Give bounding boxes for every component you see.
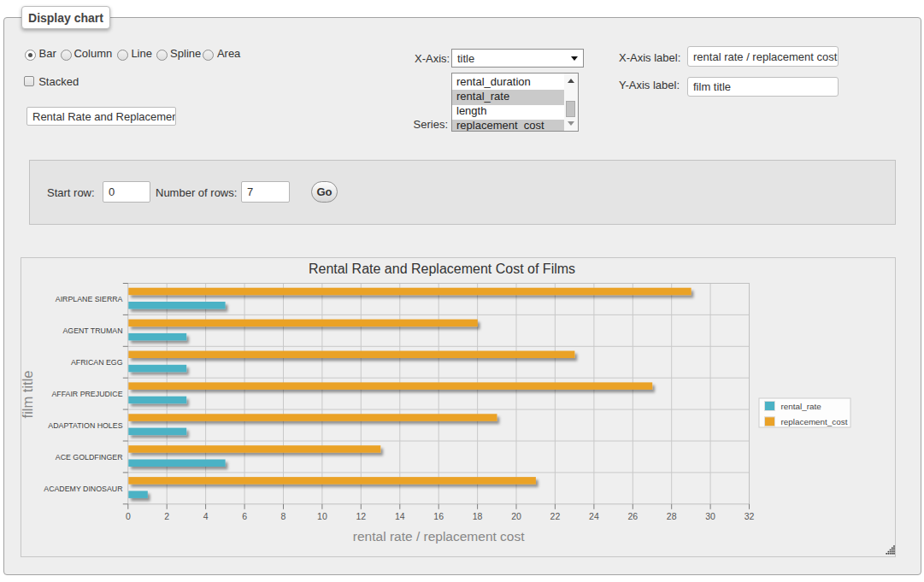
svg-text:rental_rate: rental_rate [781,402,822,411]
svg-text:22: 22 [550,511,561,521]
svg-text:replacement_cost: replacement_cost [781,417,848,426]
svg-text:0: 0 [126,511,131,521]
svg-text:28: 28 [667,511,677,521]
svg-text:24: 24 [589,511,599,521]
svg-text:14: 14 [395,511,405,521]
svg-text:8: 8 [281,511,286,521]
svg-text:AFRICAN EGG: AFRICAN EGG [71,358,123,367]
svg-text:20: 20 [511,511,521,521]
svg-text:4: 4 [203,511,209,521]
svg-text:10: 10 [317,511,327,521]
svg-text:rental rate / replacement cost: rental rate / replacement cost [353,529,525,544]
svg-text:film title: film title [20,371,35,419]
svg-text:AGENT TRUMAN: AGENT TRUMAN [62,326,122,335]
svg-text:12: 12 [356,511,366,521]
svg-text:AIRPLANE SIERRA: AIRPLANE SIERRA [56,295,123,303]
svg-text:ADAPTATION HOLES: ADAPTATION HOLES [48,421,122,430]
svg-text:16: 16 [433,511,444,521]
svg-text:32: 32 [744,511,755,521]
svg-text:26: 26 [627,511,638,521]
svg-text:ACADEMY DINOSAUR: ACADEMY DINOSAUR [44,485,122,493]
svg-text:30: 30 [705,511,715,521]
svg-text:ACE GOLDFINGER: ACE GOLDFINGER [56,453,123,461]
svg-text:18: 18 [473,511,483,521]
svg-text:2: 2 [164,511,169,521]
svg-text:AFFAIR PREJUDICE: AFFAIR PREJUDICE [51,390,122,398]
svg-text:Rental Rate and Replacement Co: Rental Rate and Replacement Cost of Film… [309,262,575,276]
svg-text:6: 6 [242,511,247,521]
